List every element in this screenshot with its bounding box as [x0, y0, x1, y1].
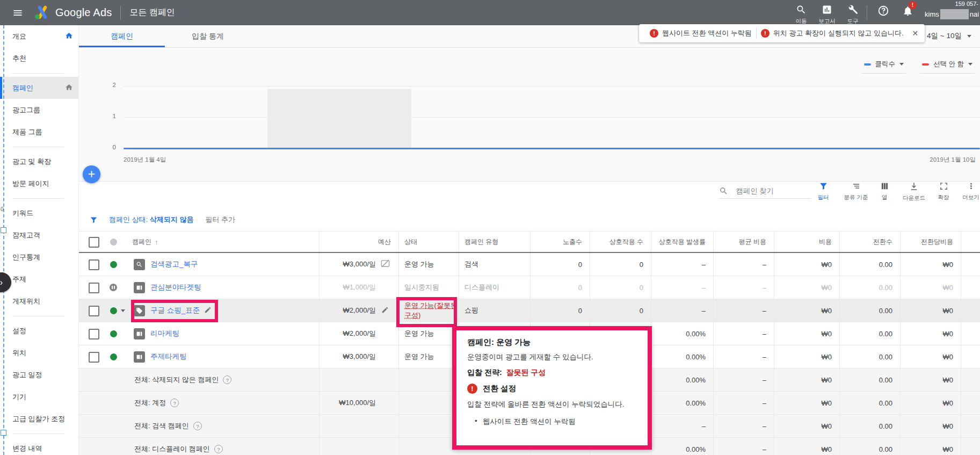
tab-입찰 통계[interactable]: 입찰 통계: [165, 25, 251, 47]
help-circle-icon[interactable]: ?: [214, 445, 223, 453]
campaign-link[interactable]: 주제타케팅: [150, 352, 187, 362]
help-icon[interactable]: [877, 5, 889, 19]
sidebar-item-기기[interactable]: 기기: [0, 386, 78, 408]
sidebar-item-광고그룹[interactable]: 광고그룹: [0, 99, 78, 121]
tooltip-strategy: 입찰 전략: 잘못된 구성: [467, 368, 637, 378]
column-header-캠페인 유형[interactable]: 캠페인 유형: [459, 232, 530, 252]
sidebar-item-변경 내역[interactable]: 변경 내역: [0, 437, 78, 455]
sidebar-divider: [0, 312, 78, 320]
tab-캠페인[interactable]: 캠페인: [79, 25, 165, 47]
conversions-value: 0.00: [879, 376, 892, 384]
select-all-checkbox[interactable]: [89, 237, 99, 248]
column-header-상호작용 발생률[interactable]: 상호작용 발생률: [651, 232, 713, 252]
row-checkbox[interactable]: [89, 352, 99, 363]
row-checkbox[interactable]: [89, 306, 99, 316]
cost_per_conversion-cell: ₩0: [900, 345, 961, 368]
sidebar-item-광고 및 확장[interactable]: 광고 및 확장: [0, 150, 78, 172]
sidebar-item-label: 변경 내역: [12, 444, 42, 453]
sidebar-item-키워드[interactable]: 키워드: [0, 202, 78, 224]
state-value: 운영 가능: [404, 329, 434, 338]
state-error-text[interactable]: 운영 가능(잘못된 구성): [404, 299, 459, 322]
toolbar-download-button[interactable]: 다운로드: [898, 182, 930, 202]
chevron-down-icon: [967, 35, 971, 38]
enabled-status-icon[interactable]: [110, 261, 117, 268]
help-circle-icon[interactable]: ?: [223, 375, 231, 384]
filter-chip[interactable]: 캠페인 상태: 삭제되지 않음: [109, 215, 193, 225]
sidebar-item-label: 추천: [12, 54, 26, 63]
row-checkbox[interactable]: [89, 283, 99, 293]
column-header-상태[interactable]: 상태: [398, 232, 459, 252]
sidebar-item-고급 입찰가 조정[interactable]: 고급 입찰가 조정: [0, 408, 78, 430]
add-campaign-button[interactable]: +: [83, 165, 100, 183]
toolbar-segment-button[interactable]: 분류 기준: [840, 182, 872, 201]
search-input[interactable]: [735, 186, 801, 196]
paused-status-icon[interactable]: [110, 284, 117, 291]
chart-legend: 클릭수 선택 안 함: [862, 59, 975, 74]
sidebar-item-제품 그룹[interactable]: 제품 그룹: [0, 121, 78, 143]
sidebar-item-광고 일정[interactable]: 광고 일정: [0, 364, 78, 386]
alert-item: ! 웹사이트 전환 액션이 누락됨: [645, 28, 756, 38]
campaign-link[interactable]: 리마케팅: [150, 329, 179, 338]
topbar-nav-chart[interactable]: 보고서: [814, 4, 840, 25]
campaign-link[interactable]: 관심분야타겟팅: [150, 283, 201, 292]
toolbar-columns-button[interactable]: 열: [868, 182, 901, 201]
sidebar-item-위치[interactable]: 위치: [0, 342, 78, 364]
sidebar-divider: [0, 430, 78, 437]
column-header-예산[interactable]: 예산: [319, 232, 398, 252]
interaction_rate-cell: –: [651, 415, 713, 437]
enabled-status-icon[interactable]: [110, 353, 117, 360]
sidebar-item-방문 페이지[interactable]: 방문 페이지: [0, 172, 78, 194]
chevron-down-icon: [121, 309, 125, 312]
add-filter-button[interactable]: 필터 추가: [205, 215, 235, 225]
column-header-노출수[interactable]: 노출수: [530, 232, 590, 252]
row-checkbox[interactable]: [89, 329, 99, 340]
campaign-search[interactable]: [719, 183, 811, 199]
menu-icon[interactable]: [12, 8, 23, 18]
avg_cost-cell: –: [713, 369, 774, 391]
sidebar-item-인구통계[interactable]: 인구통계: [0, 246, 78, 268]
enabled-status-icon[interactable]: [110, 330, 117, 337]
help-circle-icon[interactable]: ?: [193, 422, 202, 430]
display-campaign-icon: [134, 351, 145, 363]
account-user[interactable]: kims nai: [925, 9, 979, 19]
row-checkbox[interactable]: [89, 259, 99, 270]
interaction_rate-cell: 0.00%: [651, 438, 713, 455]
sidebar-item-개요[interactable]: 개요: [0, 25, 78, 47]
sidebar-item-캠페인[interactable]: 캠페인: [0, 77, 78, 99]
state-cell: 운영 가능: [398, 253, 459, 276]
pencil-icon[interactable]: [204, 306, 212, 315]
search-icon: [796, 8, 807, 17]
columns-icon: [880, 183, 889, 192]
cost-value: ₩0: [822, 284, 832, 292]
legend-item-metric[interactable]: 클릭수: [862, 59, 906, 74]
extra-cell: [961, 322, 980, 345]
legend-item-metric[interactable]: 선택 안 함: [920, 59, 975, 74]
campaign-link[interactable]: 검색광고_복구: [150, 259, 198, 269]
close-icon[interactable]: ✕: [912, 29, 919, 38]
topbar-nav-wrench[interactable]: 도구: [840, 4, 866, 25]
column-header-비용[interactable]: 비용: [774, 232, 839, 252]
campaign-link[interactable]: 구글 쇼핑_표준: [150, 306, 200, 315]
column-header-상호작용 수[interactable]: 상호작용 수: [590, 232, 651, 252]
topbar-nav-search[interactable]: 이동: [788, 4, 814, 25]
sidebar-item-label: 인구통계: [12, 252, 40, 262]
type-value: 검색: [464, 259, 478, 269]
toolbar-button-label: 더보기: [955, 194, 980, 201]
column-header-전환수[interactable]: 전환수: [839, 232, 900, 252]
toolbar-funnel-button[interactable]: 필터: [807, 182, 839, 201]
sidebar-item-추천[interactable]: 추천: [0, 47, 78, 69]
help-circle-icon[interactable]: ?: [170, 399, 179, 407]
pencil-icon[interactable]: [381, 306, 389, 315]
column-header-전환당비용[interactable]: 전환당비용: [900, 232, 961, 252]
enabled-status-icon[interactable]: [110, 307, 117, 314]
column-label[interactable]: 캠페인: [132, 237, 151, 247]
interaction_rate-cell: 0.00%: [651, 345, 713, 368]
column-header-평균 비용[interactable]: 평균 비용: [713, 232, 774, 252]
toolbar-more-button[interactable]: 더보기: [955, 182, 980, 201]
account-id: 159 057-: [955, 1, 978, 7]
sidebar-item-설정[interactable]: 설정: [0, 320, 78, 342]
sidebar-item-게재위치[interactable]: 게재위치: [0, 290, 78, 312]
interaction_rate-value: –: [702, 284, 706, 292]
sidebar-item-잠재고객[interactable]: 잠재고객: [0, 224, 78, 246]
sidebar-item-주제[interactable]: 주제: [0, 268, 78, 290]
